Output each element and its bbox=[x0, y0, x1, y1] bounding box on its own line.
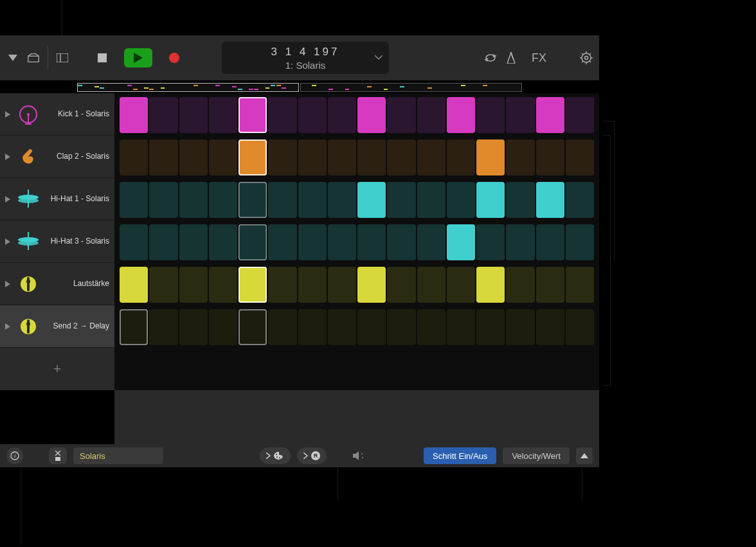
step-cell[interactable] bbox=[476, 309, 505, 345]
step-cell[interactable] bbox=[179, 139, 208, 175]
step-cell[interactable] bbox=[506, 309, 534, 345]
step-cell[interactable] bbox=[209, 267, 237, 303]
step-cell[interactable] bbox=[566, 309, 594, 345]
step-cell[interactable] bbox=[209, 139, 237, 175]
expand-up-button[interactable] bbox=[576, 447, 593, 464]
step-cell[interactable] bbox=[179, 267, 208, 303]
step-cell[interactable] bbox=[239, 97, 267, 133]
timeline-region[interactable] bbox=[300, 83, 522, 92]
step-cell[interactable] bbox=[506, 224, 534, 260]
step-cell[interactable] bbox=[149, 224, 177, 260]
step-cell[interactable] bbox=[387, 224, 415, 260]
step-cell[interactable] bbox=[298, 97, 327, 133]
step-cell[interactable] bbox=[447, 224, 475, 260]
step-cell[interactable] bbox=[506, 267, 534, 303]
step-cell[interactable] bbox=[357, 309, 386, 345]
speaker-icon[interactable] bbox=[352, 449, 365, 462]
step-cell[interactable] bbox=[239, 224, 267, 260]
step-cell[interactable] bbox=[120, 139, 148, 175]
library-icon[interactable] bbox=[27, 51, 40, 64]
step-cell[interactable] bbox=[476, 224, 505, 260]
step-cell[interactable] bbox=[476, 97, 505, 133]
step-cell[interactable] bbox=[209, 182, 237, 218]
step-cell[interactable] bbox=[209, 224, 237, 260]
track-play-icon[interactable] bbox=[5, 323, 13, 330]
step-cell[interactable] bbox=[566, 182, 594, 218]
step-cell[interactable] bbox=[149, 309, 177, 345]
step-cell[interactable] bbox=[149, 267, 177, 303]
step-cell[interactable] bbox=[447, 139, 475, 175]
fx-button[interactable]: FX bbox=[532, 51, 546, 65]
track-row[interactable]: Kick 1 - Solaris bbox=[0, 93, 114, 136]
step-cell[interactable] bbox=[298, 139, 327, 175]
step-cell[interactable] bbox=[209, 309, 237, 345]
track-play-icon[interactable] bbox=[5, 281, 13, 287]
step-cell[interactable] bbox=[328, 182, 356, 218]
mini-timeline[interactable] bbox=[0, 83, 599, 93]
step-cell[interactable] bbox=[120, 309, 148, 345]
step-cell[interactable] bbox=[506, 182, 534, 218]
step-cell[interactable] bbox=[298, 182, 327, 218]
stop-button[interactable] bbox=[88, 48, 116, 67]
step-cell[interactable] bbox=[179, 309, 208, 345]
track-row[interactable]: Clap 2 - Solaris bbox=[0, 136, 114, 178]
step-cell[interactable] bbox=[417, 182, 446, 218]
step-cell[interactable] bbox=[357, 182, 386, 218]
step-cell[interactable] bbox=[417, 267, 446, 303]
midi-route-button[interactable]: R bbox=[297, 447, 327, 464]
settings-gear-icon[interactable] bbox=[580, 51, 593, 64]
add-track-button[interactable]: + bbox=[0, 348, 114, 390]
track-row[interactable]: Send 2 → Delay bbox=[0, 305, 114, 348]
step-cell[interactable] bbox=[179, 182, 208, 218]
step-cell[interactable] bbox=[120, 97, 148, 133]
step-cell[interactable] bbox=[536, 139, 564, 175]
step-cell[interactable] bbox=[120, 182, 148, 218]
close-preset-button[interactable] bbox=[49, 447, 67, 464]
play-button[interactable] bbox=[124, 48, 152, 67]
step-cell[interactable] bbox=[476, 139, 505, 175]
step-cell[interactable] bbox=[417, 97, 446, 133]
step-cell[interactable] bbox=[179, 224, 208, 260]
view-icon[interactable] bbox=[56, 51, 69, 64]
chevron-down-icon[interactable] bbox=[375, 55, 382, 60]
step-cell[interactable] bbox=[387, 309, 415, 345]
step-cell[interactable] bbox=[566, 139, 594, 175]
step-cell[interactable] bbox=[476, 267, 505, 303]
step-cell[interactable] bbox=[536, 224, 564, 260]
step-cell[interactable] bbox=[328, 224, 356, 260]
step-cell[interactable] bbox=[387, 182, 415, 218]
step-cell[interactable] bbox=[209, 97, 237, 133]
track-play-icon[interactable] bbox=[5, 238, 13, 245]
record-button[interactable] bbox=[160, 48, 188, 67]
step-cell[interactable] bbox=[387, 97, 415, 133]
step-cell[interactable] bbox=[120, 267, 148, 303]
mode-step-onoff-button[interactable]: Schritt Ein/Aus bbox=[424, 447, 496, 464]
step-cell[interactable] bbox=[447, 309, 475, 345]
step-cell[interactable] bbox=[447, 97, 475, 133]
step-cell[interactable] bbox=[357, 267, 386, 303]
track-row[interactable]: Lautstärke bbox=[0, 263, 114, 305]
lcd-display[interactable]: 3 1 4 197 1: Solaris bbox=[222, 42, 389, 74]
step-cell[interactable] bbox=[566, 267, 594, 303]
step-cell[interactable] bbox=[536, 267, 564, 303]
step-cell[interactable] bbox=[268, 267, 296, 303]
step-cell[interactable] bbox=[298, 267, 327, 303]
step-cell[interactable] bbox=[417, 224, 446, 260]
step-cell[interactable] bbox=[328, 97, 356, 133]
cycle-icon[interactable] bbox=[484, 51, 497, 64]
step-cell[interactable] bbox=[417, 309, 446, 345]
step-cell[interactable] bbox=[328, 309, 356, 345]
step-cell[interactable] bbox=[268, 182, 296, 218]
step-cell[interactable] bbox=[387, 267, 415, 303]
step-cell[interactable] bbox=[298, 309, 327, 345]
track-play-icon[interactable] bbox=[5, 111, 13, 118]
step-cell[interactable] bbox=[268, 309, 296, 345]
track-play-icon[interactable] bbox=[5, 154, 13, 160]
preset-name-field[interactable]: Solaris bbox=[73, 447, 163, 464]
timeline-region[interactable] bbox=[77, 83, 299, 92]
step-cell[interactable] bbox=[149, 97, 177, 133]
step-cell[interactable] bbox=[328, 139, 356, 175]
step-cell[interactable] bbox=[566, 224, 594, 260]
step-cell[interactable] bbox=[357, 139, 386, 175]
step-cell[interactable] bbox=[536, 182, 564, 218]
